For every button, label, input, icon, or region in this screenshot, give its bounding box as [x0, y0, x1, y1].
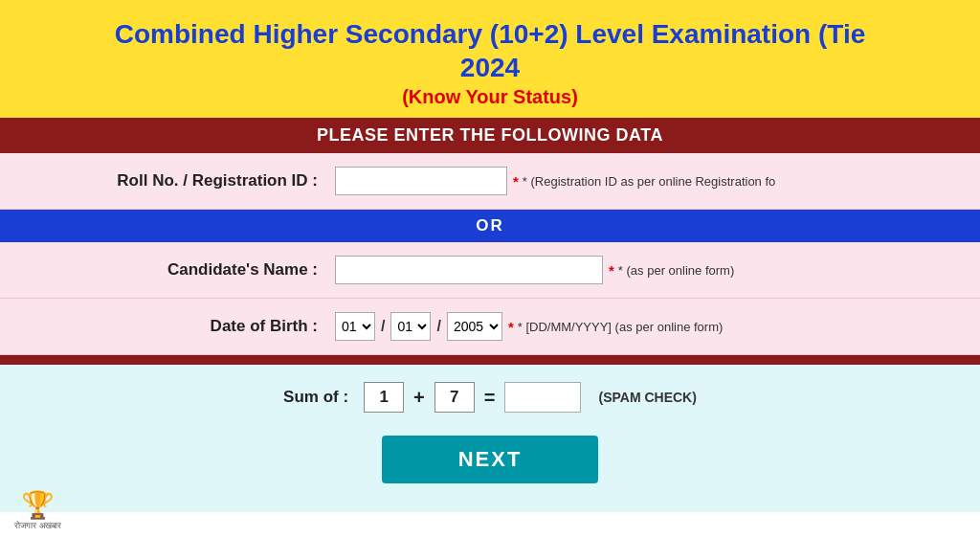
dob-hint: * [DD/MM/YYYY] (as per online form) — [518, 320, 724, 334]
sum-num2: 7 — [434, 382, 475, 413]
form-section: Roll No. / Registration ID : * * (Regist… — [0, 153, 980, 210]
header-section: Combined Higher Secondary (10+2) Level E… — [0, 0, 980, 118]
logo-icon: 🏆 — [21, 489, 55, 521]
candidate-hint: * (as per online form) — [618, 263, 734, 278]
roll-row: Roll No. / Registration ID : * * (Regist… — [0, 153, 980, 210]
section-bar: PLEASE ENTER THE FOLLOWING DATA — [0, 118, 980, 153]
dob-row: Date of Birth : 010203040506070809101112… — [0, 299, 980, 355]
dob-input-area: 0102030405060708091011121314151617181920… — [335, 312, 951, 341]
page-wrapper: Combined Higher Secondary (10+2) Level E… — [0, 0, 980, 560]
or-bar: OR — [0, 210, 980, 242]
roll-label: Roll No. / Registration ID : — [29, 171, 335, 190]
bottom-dark-bar — [0, 355, 980, 365]
logo-area: 🏆 रोजगार अखबार — [14, 489, 61, 531]
roll-required-star: * — [513, 173, 519, 190]
sum-num1: 1 — [364, 382, 404, 413]
logo-text: रोजगार अखबार — [14, 521, 61, 531]
dob-sep2: / — [436, 318, 440, 335]
roll-hint: * (Registration ID as per online Registr… — [523, 174, 775, 189]
candidate-name-input[interactable] — [335, 256, 603, 284]
dob-sep1: / — [381, 318, 385, 335]
header-title: Combined Higher Secondary (10+2) Level E… — [10, 17, 970, 84]
spam-check-label: (SPAM CHECK) — [598, 390, 696, 405]
candidate-section: Candidate's Name : * * (as per online fo… — [0, 242, 980, 355]
next-button[interactable]: NEXT — [382, 436, 599, 483]
header-subtitle: (Know Your Status) — [10, 86, 970, 108]
roll-input-area: * * (Registration ID as per online Regis… — [335, 167, 951, 195]
next-section: NEXT — [0, 426, 980, 512]
dob-day-select[interactable]: 0102030405060708091011121314151617181920… — [335, 312, 375, 341]
candidate-label: Candidate's Name : — [29, 260, 335, 280]
header-title-line2: 2024 — [460, 53, 520, 82]
candidate-required-star: * — [609, 262, 614, 279]
roll-input[interactable] — [335, 167, 507, 195]
sum-operator: + — [413, 387, 425, 409]
header-title-line1: Combined Higher Secondary (10+2) Level E… — [115, 19, 865, 49]
dob-year-select[interactable]: 1990199119921993199419951996199719981999… — [447, 312, 502, 341]
candidate-input-area: * * (as per online form) — [335, 256, 951, 284]
candidate-row: Candidate's Name : * * (as per online fo… — [0, 242, 980, 299]
dob-month-select[interactable]: 010203040506070809101112 — [390, 312, 431, 341]
sum-equals: = — [484, 387, 496, 409]
dob-required-star: * — [508, 319, 514, 335]
sum-label: Sum of : — [283, 388, 348, 407]
dob-area: 0102030405060708091011121314151617181920… — [335, 312, 502, 341]
spam-answer-input[interactable] — [504, 382, 581, 413]
spam-section: Sum of : 1 + 7 = (SPAM CHECK) — [0, 365, 980, 426]
section-bar-label: PLEASE ENTER THE FOLLOWING DATA — [317, 125, 663, 145]
or-text: OR — [476, 216, 504, 235]
dob-label: Date of Birth : — [29, 317, 335, 336]
